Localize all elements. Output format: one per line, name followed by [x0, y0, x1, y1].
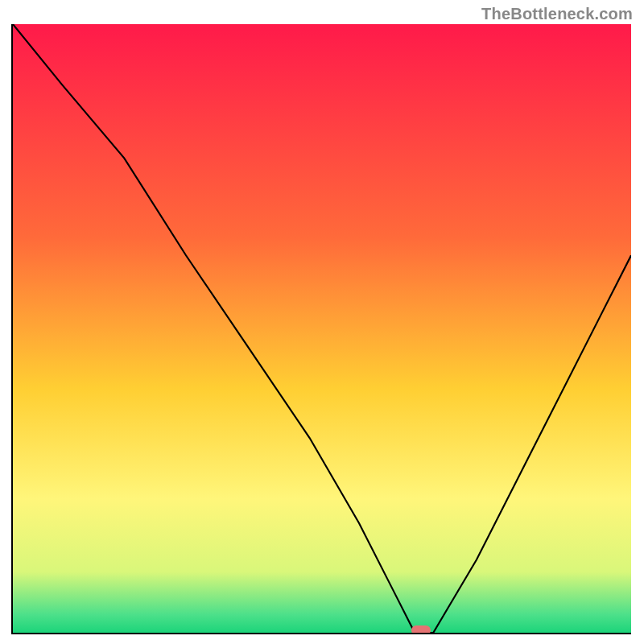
chart-plot-area [11, 24, 631, 634]
gradient-background [13, 24, 631, 633]
watermark-text: TheBottleneck.com [481, 5, 633, 23]
svg-rect-0 [13, 24, 631, 633]
optimal-point-marker [411, 625, 431, 634]
